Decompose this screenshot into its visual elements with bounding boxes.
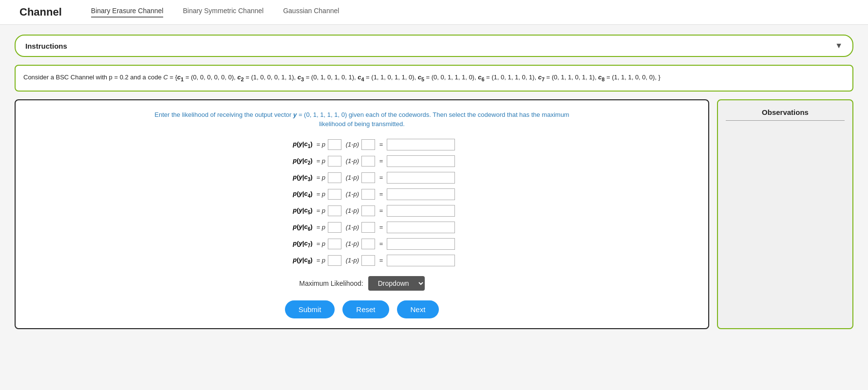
likelihood-row-7: p(y|c7) = p (1-p) = bbox=[269, 238, 455, 250]
ml-dropdown[interactable]: Dropdown c₁ c₂ c₃ c₄ c₅ c₆ c₇ c₈ bbox=[368, 276, 425, 291]
submit-button[interactable]: Submit bbox=[285, 300, 335, 318]
observations-panel: Observations bbox=[717, 99, 853, 329]
likelihood-row-3: p(y|c3) = p (1-p) = bbox=[269, 172, 455, 184]
likelihood-row-1: p(y|c1) = p (1-p) = bbox=[269, 139, 455, 150]
tab-gaussian[interactable]: Gaussian Channel bbox=[283, 7, 339, 18]
nav-tabs: Binary Erasure Channel Binary Symmetric … bbox=[91, 7, 340, 18]
dropdown-arrow-icon: ▼ bbox=[835, 41, 843, 50]
exp-input-2a[interactable] bbox=[328, 156, 341, 167]
likelihood-table: p(y|c1) = p (1-p) = p(y|c2) = p (1-p) = bbox=[30, 139, 694, 266]
exp-input-1b[interactable] bbox=[361, 139, 375, 150]
result-input-6[interactable] bbox=[387, 222, 455, 233]
likelihood-row-8: p(y|c8) = p (1-p) = bbox=[269, 255, 455, 266]
likelihood-row-5: p(y|c5) = p (1-p) = bbox=[269, 205, 455, 217]
ml-row: Maximum Likelihood: Dropdown c₁ c₂ c₃ c₄… bbox=[30, 276, 694, 291]
content-area: Enter the likelihood of receiving the ou… bbox=[15, 99, 853, 329]
exp-input-8a[interactable] bbox=[328, 255, 341, 266]
exp-input-2b[interactable] bbox=[361, 156, 375, 167]
result-input-8[interactable] bbox=[387, 255, 455, 266]
exp-input-8b[interactable] bbox=[361, 255, 375, 266]
exp-input-1a[interactable] bbox=[328, 139, 341, 150]
row-label-8: p(y|c8) bbox=[269, 256, 313, 265]
next-button[interactable]: Next bbox=[397, 300, 439, 318]
reset-button[interactable]: Reset bbox=[342, 300, 389, 318]
exp-input-6b[interactable] bbox=[361, 222, 375, 233]
result-input-2[interactable] bbox=[387, 155, 455, 167]
exp-input-5b[interactable] bbox=[361, 205, 375, 216]
likelihood-row-6: p(y|c6) = p (1-p) = bbox=[269, 222, 455, 233]
header: Channel Binary Erasure Channel Binary Sy… bbox=[0, 0, 868, 25]
exp-input-5a[interactable] bbox=[328, 205, 341, 216]
row-label-2: p(y|c2) bbox=[269, 157, 313, 166]
row-label-1: p(y|c1) bbox=[269, 140, 313, 149]
exp-input-4b[interactable] bbox=[361, 189, 375, 200]
result-input-1[interactable] bbox=[387, 139, 455, 150]
row-label-6: p(y|c6) bbox=[269, 223, 313, 232]
row-label-5: p(y|c5) bbox=[269, 206, 313, 215]
exp-input-3a[interactable] bbox=[328, 172, 341, 183]
problem-text: Consider a BSC Channel with p = 0.2 and … bbox=[23, 74, 660, 81]
observations-title: Observations bbox=[726, 108, 845, 121]
result-input-5[interactable] bbox=[387, 205, 455, 217]
row-label-4: p(y|c4) bbox=[269, 190, 313, 199]
page-title: Channel bbox=[19, 6, 62, 19]
exp-input-7a[interactable] bbox=[328, 239, 341, 249]
buttons-row: Submit Reset Next bbox=[30, 300, 694, 318]
tab-binary-erasure[interactable]: Binary Erasure Channel bbox=[91, 7, 164, 18]
likelihood-row-2: p(y|c2) = p (1-p) = bbox=[269, 155, 455, 167]
tab-binary-symmetric[interactable]: Binary Symmetric Channel bbox=[183, 7, 264, 18]
instructions-dropdown[interactable]: Instructions ▼ bbox=[15, 35, 853, 57]
instructions-label: Instructions bbox=[25, 42, 67, 50]
ml-label: Maximum Likelihood: bbox=[299, 279, 363, 287]
result-input-4[interactable] bbox=[387, 188, 455, 200]
exp-input-3b[interactable] bbox=[361, 172, 375, 183]
exercise-panel: Enter the likelihood of receiving the ou… bbox=[15, 99, 709, 329]
exercise-instruction: Enter the likelihood of receiving the ou… bbox=[30, 110, 694, 129]
exp-input-6a[interactable] bbox=[328, 222, 341, 233]
exp-input-4a[interactable] bbox=[328, 189, 341, 200]
exp-input-7b[interactable] bbox=[361, 239, 375, 249]
result-input-7[interactable] bbox=[387, 238, 455, 250]
result-input-3[interactable] bbox=[387, 172, 455, 184]
problem-statement: Consider a BSC Channel with p = 0.2 and … bbox=[15, 65, 853, 92]
main-content: Instructions ▼ Consider a BSC Channel wi… bbox=[0, 25, 868, 339]
row-label-7: p(y|c7) bbox=[269, 240, 313, 248]
likelihood-row-4: p(y|c4) = p (1-p) = bbox=[269, 188, 455, 200]
row-label-3: p(y|c3) bbox=[269, 173, 313, 182]
